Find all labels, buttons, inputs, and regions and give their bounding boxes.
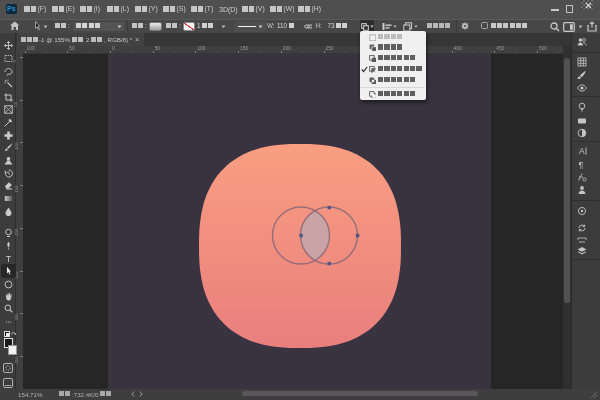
svg-text:T: T <box>5 254 11 263</box>
svg-text:A: A <box>579 146 585 156</box>
svg-text:¶: ¶ <box>579 160 584 170</box>
